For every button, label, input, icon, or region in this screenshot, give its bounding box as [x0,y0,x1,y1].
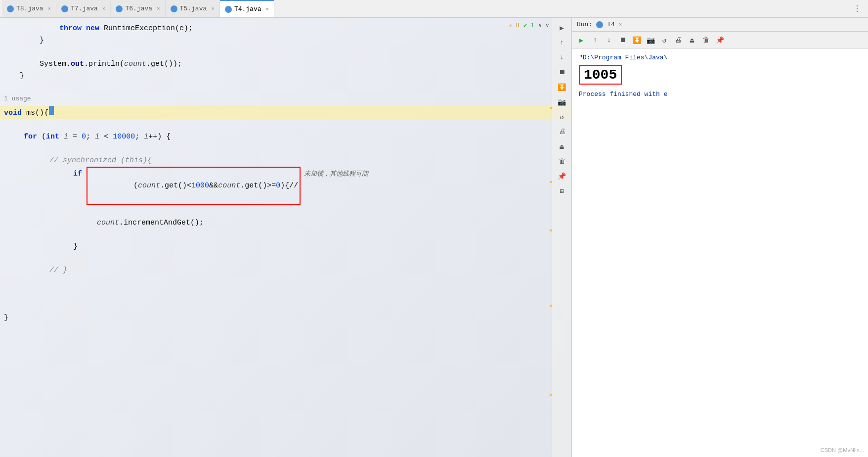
collapse-up[interactable]: ∧ [538,22,542,29]
stop-icon[interactable]: ⏹ [556,66,568,78]
step-icon[interactable]: ⏬ [556,81,568,93]
tab-t7[interactable]: T7.java × [56,0,111,17]
print-icon[interactable]: 🖨 [556,126,568,137]
tab-icon-t8 [7,5,14,12]
code-line-8: void ms(){ [0,106,571,119]
delete-icon[interactable]: 🗑 [556,155,568,167]
run-tab-close[interactable]: × [619,22,622,28]
tab-label-t5: T5.java [180,5,207,12]
camera-icon[interactable]: 📷 [556,96,568,108]
code-line-23: } [0,312,571,324]
editor-toolbar: ▶ ↑ ↓ ⏹ ⏬ 📷 ↺ 🖨 ⏏ 🗑 📌 ⊞ [552,18,571,457]
code-line-15: count.incrementAndGet(); [0,217,571,229]
keyword-for: for [24,131,37,143]
code-line-18 [0,253,571,265]
run-tab-icon [596,21,603,28]
run-toolbar: ▶ ↑ ↓ ⏹ ⏬ 📷 ↺ 🖨 ⏏ 🗑 📌 [572,32,868,49]
tab-t5[interactable]: T5.java × [166,0,220,17]
keyword-int: int [46,131,59,143]
csdn-watermark: CSDN @MvNlin... [821,447,864,453]
tab-icon-t7 [61,5,68,12]
run-print-button[interactable]: 🖨 [672,34,685,46]
run-down-button[interactable]: ↓ [603,34,615,46]
run-up-button[interactable]: ↑ [589,34,602,46]
code-line-19: // } [0,265,571,276]
run-delete-button[interactable]: 🗑 [699,34,712,46]
code-line-9 [0,119,571,131]
tab-label-t4: T4.java [234,5,261,13]
eject-icon[interactable]: ⏏ [556,140,568,152]
code-line-14 [0,205,571,217]
code-line-6 [0,82,571,94]
keyword-void: void [4,107,22,119]
tab-label-t7: T7.java [71,5,98,12]
run-tab-label[interactable]: T4 [607,21,615,28]
tab-icon-t4 [225,6,232,13]
code-line-2: } [0,35,571,46]
run-path: "D:\Program Files\Java\ [579,54,861,61]
run-output: "D:\Program Files\Java\ 1005 Process fin… [572,49,868,457]
run-pin-button[interactable]: 📌 [713,34,726,46]
run-step-button[interactable]: ⏬ [630,34,643,46]
code-line-4: System.out.println(count.get()); [0,58,571,70]
redbox-condition: (count.get()<1000&&count.get()>=0){// [87,167,301,205]
tab-label-t8: T8.java [16,5,43,12]
run-header: Run: T4 × [572,18,868,32]
layout-icon[interactable]: ⊞ [556,185,568,197]
tab-t6[interactable]: T6.java × [111,0,165,17]
code-line-1: throw new RuntimeException(e); [0,23,571,35]
down-icon[interactable]: ↓ [556,51,568,63]
up-icon[interactable]: ↑ [556,37,568,48]
code-line-13: if (count.get()<1000&&count.get()>=0){//… [0,167,571,205]
code-line-11 [0,143,571,155]
pin-icon[interactable]: 📌 [556,170,568,182]
main-area: ⚠ 8 ✔ 1 ∧ ∨ throw new RuntimeException(e… [0,18,868,457]
code-line-16 [0,229,571,241]
editor-content: throw new RuntimeException(e); } System.… [0,18,571,329]
tab-close-t8[interactable]: × [48,6,51,12]
tab-close-t5[interactable]: × [211,6,215,12]
run-panel: Run: T4 × ▶ ↑ ↓ ⏹ ⏬ 📷 ↺ 🖨 ⏏ 🗑 📌 "D:\Prog… [571,18,868,457]
tab-close-t6[interactable]: × [157,6,160,12]
tab-more-button[interactable]: ⋮ [848,4,866,14]
run-label: Run: [577,21,592,28]
run-process-line: Process finished with e [579,91,861,98]
code-line-12: // synchronized (this){ [0,155,571,167]
tab-t4[interactable]: T4.java × [220,0,274,17]
code-line-10: for (int i = 0 ; i < 10000 ; i ++) { [0,131,571,143]
code-line-21 [0,288,571,300]
editor-panel[interactable]: ⚠ 8 ✔ 1 ∧ ∨ throw new RuntimeException(e… [0,18,571,457]
tab-bar: T8.java × T7.java × T6.java × T5.java × … [0,0,868,18]
tab-close-t7[interactable]: × [102,6,106,12]
tab-label-t6: T6.java [125,5,152,12]
code-line-22 [0,300,571,312]
run-eject-button[interactable]: ⏏ [686,34,698,46]
refresh-icon[interactable]: ↺ [556,111,568,123]
code-line-7: 1 usage [0,94,571,106]
cursor-caret [49,106,54,115]
ok-badge: ✔ 1 [523,22,534,29]
keyword-if: if [73,168,82,180]
code-line-3 [0,46,571,58]
warning-bar: ⚠ 8 ✔ 1 ∧ ∨ [509,22,549,29]
run-play-button[interactable]: ▶ [575,34,588,46]
run-refresh-button[interactable]: ↺ [658,34,671,46]
code-line-20 [0,276,571,288]
run-camera-button[interactable]: 📷 [644,34,657,46]
chinese-comment: 未加锁，其他线程可能 [301,169,368,179]
code-line-5: } [0,70,571,82]
tab-t8[interactable]: T8.java × [2,0,56,17]
tab-close-t4[interactable]: × [265,6,269,12]
tab-icon-t6 [116,5,123,12]
run-stop-button[interactable]: ⏹ [616,34,629,46]
tab-icon-t5 [171,5,177,12]
run-result-value: 1005 [579,65,622,85]
code-line-17: } [0,241,571,253]
run-icon[interactable]: ▶ [556,22,568,34]
collapse-down[interactable]: ∨ [546,22,549,29]
warning-badge: ⚠ 8 [509,22,520,29]
usage-hint: 1 usage [4,94,31,104]
keyword-throw: throw [59,23,82,35]
keyword-new: new [86,23,99,35]
